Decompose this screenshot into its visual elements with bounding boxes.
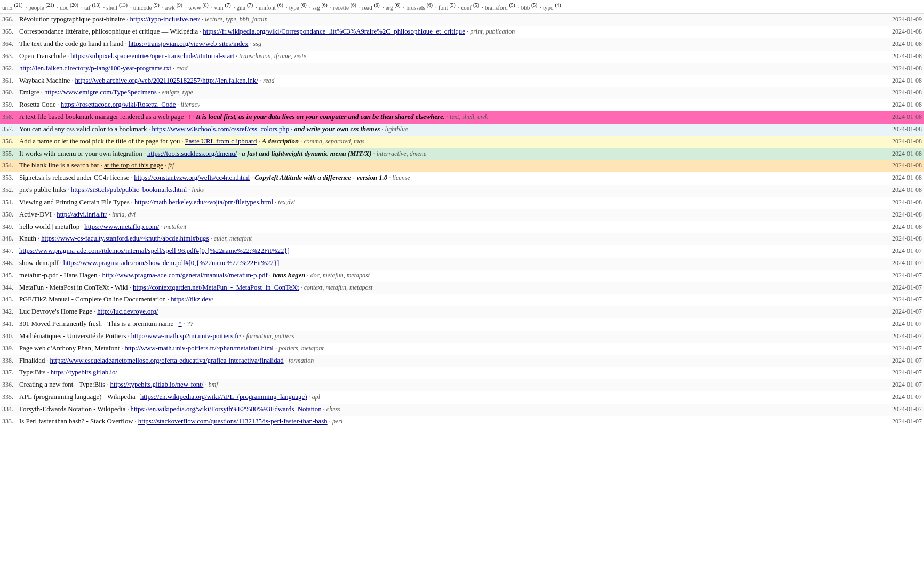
tag-item[interactable]: recette (6) <box>333 4 356 11</box>
tag-item[interactable]: people (21) <box>28 4 54 11</box>
tag-item[interactable]: bbb (5) <box>521 4 538 11</box>
entry-link[interactable]: https://fr.wikipedia.org/wiki/Correspond… <box>203 28 465 35</box>
entry-tags: lecture, type, bbb, jardin <box>205 15 268 23</box>
entry-link[interactable]: https://typo-inclusive.net/ <box>130 15 200 23</box>
entry-link[interactable]: https://www-cs-faculty.stanford.edu/~knu… <box>41 235 209 242</box>
entry-number: 345. <box>2 270 19 281</box>
table-row: 335.APL (programming language) - Wikiped… <box>0 391 924 404</box>
entry-link[interactable]: https://www.escueladeartetomelloso.org/o… <box>50 357 284 364</box>
tag-item[interactable]: doc (20) <box>60 4 78 11</box>
entry-title: Wayback Machine <box>19 77 70 84</box>
entry-content: Viewing and Printing Certain File Types·… <box>19 197 874 208</box>
table-row: 357.You can add any css valid color to a… <box>0 124 924 136</box>
tag-item[interactable]: conf (5) <box>461 4 479 11</box>
tag-item[interactable]: read (6) <box>362 4 380 11</box>
entry-link[interactable]: https://typebits.gitlab.io/new-font/ <box>110 381 204 388</box>
entry-tags: euler, metafont <box>214 235 252 242</box>
entry-link[interactable]: https://subpixel.space/entries/open-tran… <box>70 52 234 60</box>
entry-link[interactable]: https://www.pragma-ade.com/show-dem.pdf#… <box>63 259 280 267</box>
entry-link[interactable]: * <box>178 320 181 327</box>
entry-title: Knuth <box>19 235 36 242</box>
entry-link[interactable]: https://en.wikipedia.org/wiki/Forsyth%E2… <box>131 405 322 413</box>
tag-item[interactable]: gnu (7) <box>237 4 253 11</box>
entry-link[interactable]: http://www.pragma-ade.com/general/manual… <box>102 271 268 279</box>
entry-date: 2024-01-08 <box>874 137 922 147</box>
entry-content: Révolution typographique post-binaire·ht… <box>19 14 874 25</box>
entry-link[interactable]: https://tikz.dev/ <box>171 295 213 303</box>
entry-title: Mathématiques - Université de Poitiers <box>19 332 126 340</box>
entry-date: 2024-01-08 <box>874 87 922 98</box>
table-row: 350.Active-DVI·http://advi.inria.fr/·inr… <box>0 209 924 221</box>
entry-date: 2024-01-08 <box>874 185 922 195</box>
entry-link[interactable]: https://rosettacode.org/wiki/Rosetta_Cod… <box>61 101 176 108</box>
entry-link[interactable]: https://www.w3schools.com/cssref/css_col… <box>152 125 290 133</box>
entry-content: 301 Moved Permanently fn.sh - This is a … <box>19 319 874 330</box>
entry-link[interactable]: http://advi.inria.fr/ <box>57 211 107 218</box>
entry-content: Open Transclude·https://subpixel.space/e… <box>19 51 874 62</box>
entry-number: 341. <box>2 319 19 329</box>
tag-item[interactable]: www (8) <box>188 4 209 11</box>
table-row: 352.prx's public links·https://si3t.ch/p… <box>0 185 924 197</box>
entry-link[interactable]: https://constantvzw.org/wefts/cc4r.en.ht… <box>134 174 250 181</box>
entry-link[interactable]: https://transjovian.org/view/web-sites/i… <box>129 40 249 47</box>
entry-link[interactable]: https://si3t.ch/pub/public_bookmarks.htm… <box>71 186 187 194</box>
entry-tags: context, metafun, metapost <box>304 284 373 291</box>
entry-date: 2024-01-08 <box>874 161 922 171</box>
tag-item[interactable]: unifont (6) <box>259 4 283 11</box>
entry-link[interactable]: https://stackoverflow.com/questions/1132… <box>138 418 328 425</box>
tag-item[interactable]: vim (7) <box>214 4 231 11</box>
entry-title: The text and the code go hand in hand <box>19 40 123 47</box>
entry-link[interactable]: https://www.emigre.com/TypeSpecimens <box>44 89 157 96</box>
table-row: 343.PGF/TikZ Manual - Complete Online Do… <box>0 294 924 306</box>
entry-content: Wayback Machine·https://web.archive.org/… <box>19 76 874 86</box>
entry-link[interactable]: https://en.wikipedia.org/wiki/APL_(progr… <box>140 393 307 401</box>
entry-content: prx's public links·https://si3t.ch/pub/p… <box>19 185 874 196</box>
entry-link[interactable]: https://web.archive.org/web/202110251822… <box>75 77 258 84</box>
tag-item[interactable]: brailsford (5) <box>485 4 515 11</box>
entry-link[interactable]: http://www-math.sp2mi.univ-poitiers.fr/ <box>131 332 242 340</box>
entry-content: Luc Devroye's Home Page·http://luc.devro… <box>19 307 874 317</box>
entry-link[interactable]: http://www-math.univ-poitiers.fr/~phan/m… <box>124 345 274 352</box>
entry-title: Finalidad <box>19 357 45 364</box>
table-row: 353.Signet.sh is released under CC4r lic… <box>0 172 924 185</box>
entry-link[interactable]: https://www.metaflop.com/ <box>84 223 159 230</box>
entry-number: 344. <box>2 283 19 293</box>
entry-tags: ?? <box>187 320 193 327</box>
entry-number: 348. <box>2 234 19 244</box>
tag-item[interactable]: unicode (9) <box>133 4 160 11</box>
entry-tags: tex,dvi <box>278 198 295 206</box>
tag-item[interactable]: type (6) <box>289 4 307 11</box>
tag-item[interactable]: font (5) <box>439 4 456 11</box>
entry-content: metafun-p.pdf - Hans Hagen·http://www.pr… <box>19 270 874 281</box>
entry-tags: text, shell, awk <box>450 113 488 121</box>
entry-em-text: Copyleft Attitude with a difference - ve… <box>254 174 387 181</box>
entry-title: Luc Devroye's Home Page <box>19 308 92 315</box>
tag-item[interactable]: awk (9) <box>165 4 182 11</box>
table-row: 348.Knuth·https://www-cs-faculty.stanfor… <box>0 233 924 245</box>
tag-item[interactable]: unix (21) <box>2 4 22 11</box>
entry-content: You can add any css valid color to a boo… <box>19 124 874 135</box>
tag-item[interactable]: taf (18) <box>84 4 100 11</box>
table-row: 334.Forsyth-Edwards Notation - Wikipedia… <box>0 404 924 416</box>
tag-item[interactable]: ssg (6) <box>313 4 328 11</box>
entry-date: 2024-01-08 <box>874 149 922 159</box>
entry-content: Finalidad·https://www.escueladeartetomel… <box>19 356 874 366</box>
entry-link[interactable]: Paste URL from clipboard <box>185 138 257 145</box>
table-row: 358.A text file based bookmark manager r… <box>0 111 924 124</box>
tag-item[interactable]: shell (13) <box>106 4 128 11</box>
tag-item[interactable]: brussels (6) <box>406 4 433 11</box>
tag-item[interactable]: erg (6) <box>386 4 401 11</box>
entry-content: Knuth·https://www-cs-faculty.stanford.ed… <box>19 234 874 244</box>
entry-content: Forsyth-Edwards Notation - Wikipedia·htt… <box>19 404 874 415</box>
entry-tags: chess <box>326 405 340 413</box>
entry-content: A text file based bookmark manager rende… <box>19 112 874 123</box>
entry-link[interactable]: https://math.berkeley.edu/~vojta/prn/fil… <box>134 198 273 206</box>
entry-link[interactable]: https://contextgarden.net/MetaFun_-_Meta… <box>133 284 299 291</box>
entry-link[interactable]: http://luc.devroye.org/ <box>97 308 158 315</box>
entry-number: 342. <box>2 307 19 317</box>
entry-link[interactable]: http://len.falken.directory/p-lang/100-y… <box>19 65 171 72</box>
entry-link[interactable]: https://typebits.gitlab.io/ <box>51 369 117 376</box>
entry-link[interactable]: https://www.pragma-ade.com/itdemos/inter… <box>19 247 290 254</box>
tag-item[interactable]: typo (4) <box>543 4 561 11</box>
entry-link[interactable]: https://tools.suckless.org/dmenu/ <box>147 150 237 157</box>
